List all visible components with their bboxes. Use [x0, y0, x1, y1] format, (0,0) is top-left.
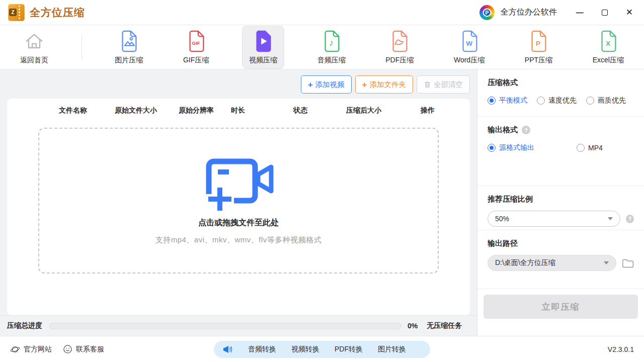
nav-label: 图片压缩: [115, 56, 143, 65]
video-convert-link[interactable]: 视频转换: [291, 345, 319, 354]
compress-format-title: 压缩格式: [488, 78, 634, 87]
help-icon[interactable]: ?: [522, 126, 530, 134]
ratio-value: 50%: [495, 215, 509, 223]
radio-source-format[interactable]: 源格式输出: [488, 143, 567, 152]
nav-item-pdf-compress[interactable]: PDF压缩: [378, 26, 421, 69]
file-list-area: + 添加视频 + 添加文件夹 全部清空 文件名称 原始文件大小: [0, 69, 477, 336]
nav-item-gif-compress[interactable]: GIF GIF压缩: [176, 26, 216, 69]
svg-text:X: X: [606, 39, 610, 47]
add-video-button[interactable]: + 添加视频: [301, 75, 352, 94]
dropzone-subtitle: 支持mp4、avi、mkv、wmv、flv等多种视频格式: [155, 235, 322, 245]
output-format-title: 输出格式 ?: [488, 125, 634, 135]
column-header-original-size: 原始文件大小: [115, 106, 157, 115]
file-dropzone[interactable]: 点击或拖拽文件至此处 支持mp4、avi、mkv、wmv、flv等多种视频格式: [38, 128, 439, 274]
column-header-filename: 文件名称: [59, 106, 87, 115]
maximize-button[interactable]: [602, 7, 608, 19]
nav-item-word-compress[interactable]: W Word压缩: [447, 26, 492, 69]
output-format-options: 源格式输出 MP4: [488, 143, 634, 152]
plus-icon: +: [362, 80, 367, 89]
main-area: + 添加视频 + 添加文件夹 全部清空 文件名称 原始文件大小: [0, 69, 644, 336]
speaker-icon: [223, 345, 233, 354]
column-header-compressed-size: 压缩后大小: [346, 106, 381, 115]
nav-label: PDF压缩: [385, 56, 414, 65]
radio-mp4[interactable]: MP4: [577, 144, 603, 152]
nav-item-audio-compress[interactable]: ♪ 音频压缩: [310, 26, 353, 69]
add-video-label: 添加视频: [315, 80, 345, 89]
brand-name: 全方位办公软件: [501, 7, 557, 18]
radio-speed-priority[interactable]: 速度优先: [537, 96, 577, 105]
titlebar-right: P 全方位办公软件 — ✕: [479, 5, 633, 20]
feature-navbar: 返回首页 图片压缩 GIF GIF压缩 视: [0, 25, 644, 69]
nav-label: 音频压缩: [317, 56, 346, 65]
nav-item-ppt-compress[interactable]: P PPT压缩: [518, 26, 559, 69]
pdf-file-icon: [388, 30, 411, 53]
app-window: Z 全方位压缩 P 全方位办公软件 — ✕ 返回首页: [0, 0, 644, 362]
svg-text:GIF: GIF: [192, 40, 200, 45]
footer: 官方网站 联系客服 音频转换 视频转换 PDF转换 图片转换 V2.3.0.1: [0, 336, 644, 362]
column-header-duration: 时长: [231, 106, 245, 115]
gif-file-icon: GIF: [185, 30, 208, 53]
help-icon[interactable]: ?: [626, 215, 634, 223]
add-folder-label: 添加文件夹: [370, 80, 407, 89]
excel-file-icon: X: [597, 30, 620, 53]
nav-item-image-compress[interactable]: 图片压缩: [108, 26, 150, 69]
clear-all-label: 全部清空: [434, 80, 463, 89]
plus-icon: +: [308, 80, 313, 89]
app-title: 全方位压缩: [30, 6, 85, 20]
audio-file-icon: ♪: [320, 30, 343, 53]
ppt-file-icon: P: [527, 30, 550, 53]
nav-label: 视频压缩: [249, 56, 277, 65]
chevron-down-icon: [604, 261, 609, 264]
maximize-icon: [602, 10, 608, 16]
ratio-row: 50% ?: [488, 211, 634, 227]
output-path-section: 输出路径 D:\桌面\全方位压缩: [477, 230, 644, 289]
close-button[interactable]: ✕: [626, 7, 633, 19]
image-file-icon: [117, 30, 140, 53]
dropzone-title: 点击或拖拽文件至此处: [198, 218, 279, 228]
path-title: 输出路径: [488, 239, 634, 248]
column-header-resolution: 原始分辨率: [179, 106, 214, 115]
video-file-icon: [252, 30, 275, 53]
output-path-dropdown[interactable]: D:\桌面\全方位压缩: [488, 255, 616, 271]
official-site-link[interactable]: 官方网站: [10, 344, 52, 354]
nav-label: Word压缩: [454, 56, 485, 65]
svg-text:♪: ♪: [329, 37, 334, 47]
folder-icon[interactable]: [622, 257, 634, 268]
compress-action-section: 立即压缩: [477, 289, 644, 336]
pdf-convert-link[interactable]: PDF转换: [335, 345, 363, 354]
audio-convert-link[interactable]: 音频转换: [248, 345, 276, 354]
output-format-section: 输出格式 ? 源格式输出 MP4: [477, 117, 644, 186]
compress-now-button[interactable]: 立即压缩: [484, 295, 638, 319]
trash-icon: [424, 81, 431, 88]
quick-convert-pill: 音频转换 视频转换 PDF转换 图片转换: [214, 341, 430, 358]
radio-balanced-mode[interactable]: 平衡模式: [488, 96, 527, 105]
planet-icon: [10, 344, 20, 354]
column-header-actions: 操作: [421, 106, 435, 115]
nav-label: GIF压缩: [183, 56, 209, 65]
ratio-title: 推荐压缩比例: [488, 195, 634, 204]
ratio-dropdown[interactable]: 50%: [488, 211, 620, 227]
clear-all-button[interactable]: 全部清空: [417, 75, 470, 94]
progress-status: 无压缩任务: [427, 321, 462, 330]
minimize-button[interactable]: —: [576, 7, 584, 19]
radio-selected-icon: [488, 144, 496, 152]
chevron-down-icon: [608, 217, 613, 220]
contact-support-link[interactable]: 联系客服: [63, 344, 104, 354]
radio-icon: [577, 144, 585, 152]
nav-item-home[interactable]: 返回首页: [13, 26, 55, 69]
nav-item-excel-compress[interactable]: X Excel压缩: [586, 26, 631, 69]
nav-item-video-compress[interactable]: 视频压缩: [242, 26, 284, 69]
add-folder-button[interactable]: + 添加文件夹: [355, 75, 413, 94]
smiley-icon: [63, 344, 72, 354]
titlebar: Z 全方位压缩 P 全方位办公软件 — ✕: [0, 0, 644, 25]
table-header-row: 文件名称 原始文件大小 原始分辨率 时长 状态 压缩后大小 操作: [7, 99, 470, 122]
app-logo-icon: Z: [8, 4, 25, 21]
zip-z-badge: Z: [9, 9, 17, 16]
progress-percent: 0%: [408, 322, 418, 330]
radio-icon: [537, 97, 545, 105]
nav-label: Excel压缩: [593, 56, 624, 65]
image-convert-link[interactable]: 图片转换: [378, 345, 406, 354]
radio-quality-priority[interactable]: 画质优先: [586, 96, 626, 105]
titlebar-left: Z 全方位压缩: [8, 4, 85, 21]
radio-selected-icon: [488, 97, 496, 105]
